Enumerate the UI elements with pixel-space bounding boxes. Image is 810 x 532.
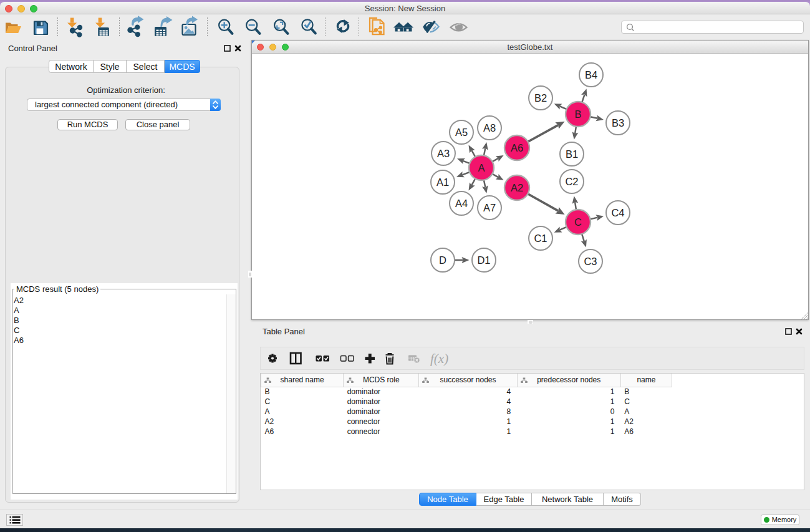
svg-text:C4: C4 <box>611 207 624 218</box>
svg-text:C3: C3 <box>584 256 597 267</box>
svg-text:f(x): f(x) <box>430 351 448 366</box>
svg-text:B4: B4 <box>585 69 597 80</box>
svg-text:A3: A3 <box>437 148 450 159</box>
svg-text:D1: D1 <box>477 254 490 266</box>
svg-text:A4: A4 <box>455 198 468 209</box>
svg-text:A: A <box>478 162 485 173</box>
svg-text:A6: A6 <box>511 142 523 153</box>
svg-text:C1: C1 <box>534 233 547 244</box>
svg-text:A8: A8 <box>483 122 496 133</box>
svg-text:B: B <box>574 109 581 120</box>
svg-text:A1: A1 <box>436 177 449 188</box>
svg-text:D: D <box>439 254 446 266</box>
svg-text:C: C <box>574 216 582 228</box>
svg-text:C2: C2 <box>565 176 578 187</box>
svg-text:B3: B3 <box>612 117 624 128</box>
svg-text:B2: B2 <box>534 92 547 104</box>
svg-text:A7: A7 <box>483 202 496 213</box>
svg-text:A2: A2 <box>511 182 523 193</box>
svg-text:B1: B1 <box>566 148 578 160</box>
svg-text:A5: A5 <box>455 127 468 138</box>
